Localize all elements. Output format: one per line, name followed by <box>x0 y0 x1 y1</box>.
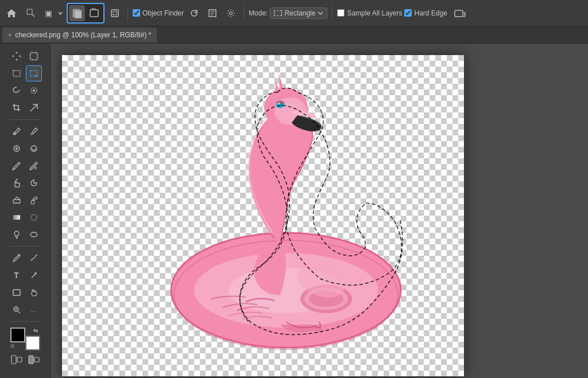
path-select-tool[interactable] <box>26 267 42 283</box>
clone-stamp-tool[interactable] <box>9 175 25 191</box>
sample-all-layers-checkbox[interactable] <box>337 9 345 17</box>
svg-rect-29 <box>17 357 22 362</box>
rectangle-shape-tool[interactable] <box>9 285 25 301</box>
svg-point-25 <box>18 254 20 256</box>
move-tool[interactable] <box>9 48 25 64</box>
gradient-tool[interactable] <box>9 209 25 225</box>
object-finder-group: Object Finder <box>133 9 184 17</box>
freeform-pen-tool[interactable] <box>26 250 42 266</box>
quick-select-tool[interactable] <box>26 83 42 99</box>
tool-sep-2 <box>9 246 41 247</box>
hand-tool[interactable] <box>26 285 42 301</box>
dodge-tool-row <box>9 227 42 243</box>
extra-tools-button[interactable]: … <box>26 302 42 318</box>
eraser-tool-row <box>9 192 42 208</box>
svg-point-7 <box>230 11 233 14</box>
quick-mask-mode-button[interactable] <box>26 354 41 365</box>
canvas-size-button[interactable] <box>204 5 220 21</box>
ellipse-tool[interactable] <box>26 227 42 243</box>
eyedropper-tool-row: + <box>9 123 42 139</box>
mixer-brush-tool[interactable] <box>26 158 42 174</box>
tab-title: checkered.png @ 100% (Layer 1, RGB/8#) * <box>15 31 151 39</box>
separator-2 <box>243 6 244 21</box>
top-toolbar: ▣ Object Finder <box>0 0 588 26</box>
svg-point-24 <box>30 232 37 237</box>
background-color-swatch[interactable] <box>25 336 40 350</box>
artboard-tool[interactable] <box>26 48 42 64</box>
svg-rect-30 <box>29 356 33 364</box>
mode-dropdown[interactable]: Rectangle <box>270 7 327 19</box>
separator-1 <box>127 6 128 21</box>
marquee-tool-row <box>9 65 42 81</box>
standard-mode-button[interactable] <box>9 354 24 365</box>
tab-bar: × checkered.png @ 100% (Layer 1, RGB/8#)… <box>0 26 588 44</box>
document-tab[interactable]: × checkered.png @ 100% (Layer 1, RGB/8#)… <box>2 28 157 42</box>
dodge-tool[interactable] <box>9 227 25 243</box>
reset-colors-button[interactable]: ⊡ <box>10 344 17 350</box>
dropdown-chevron-icon <box>57 10 63 16</box>
healing-tool-row <box>9 141 42 157</box>
share-button[interactable] <box>452 5 468 21</box>
svg-rect-8 <box>455 10 463 17</box>
zoom-tool[interactable] <box>9 302 25 318</box>
text-tool-row: T <box>9 267 42 283</box>
svg-rect-5 <box>113 11 117 15</box>
mode-value: Rectangle <box>284 9 315 17</box>
active-tool-group <box>67 3 105 24</box>
text-tool[interactable]: T <box>9 267 25 283</box>
svg-rect-4 <box>111 10 118 17</box>
transform-button[interactable]: ▣ <box>40 5 56 21</box>
hard-edge-checkbox[interactable] <box>404 9 412 17</box>
eraser-tool[interactable] <box>9 192 25 208</box>
object-select-tool[interactable] <box>26 65 42 81</box>
svg-point-18 <box>34 167 37 169</box>
lasso-tool-row <box>9 83 42 99</box>
sample-all-layers-label[interactable]: Sample All Layers <box>347 9 402 17</box>
home-button[interactable] <box>3 5 20 21</box>
spot-healing-tool[interactable] <box>9 141 25 157</box>
crop-tool[interactable] <box>9 100 25 116</box>
quick-mask-buttons <box>9 354 41 365</box>
svg-point-23 <box>14 231 19 236</box>
frame-button[interactable] <box>107 5 123 21</box>
flamingo-image <box>108 61 430 365</box>
foreground-color-swatch[interactable] <box>10 328 25 342</box>
shape-tool-row <box>9 285 42 301</box>
svg-rect-2 <box>75 10 82 18</box>
patch-tool[interactable] <box>26 141 42 157</box>
lasso-tool[interactable] <box>9 83 25 99</box>
open-document-button[interactable] <box>86 5 102 21</box>
brush-tool[interactable] <box>9 158 25 174</box>
color-sampler-tool[interactable]: + <box>26 123 42 139</box>
svg-rect-11 <box>30 71 37 76</box>
hard-edge-label[interactable]: Hard Edge <box>414 9 447 17</box>
rect-marquee-tool[interactable] <box>9 65 25 81</box>
move-tools-group: ▣ <box>22 4 64 22</box>
new-document-button[interactable] <box>69 5 85 21</box>
settings-button[interactable] <box>223 5 239 21</box>
tab-close-button[interactable]: × <box>8 32 11 38</box>
mode-rect-icon <box>274 10 282 16</box>
hard-edge-group: Hard Edge <box>404 9 447 17</box>
paint-bucket-tool[interactable] <box>26 192 42 208</box>
object-finder-label[interactable]: Object Finder <box>142 9 184 17</box>
pen-tool[interactable] <box>9 250 25 266</box>
move-tool-row <box>9 48 42 64</box>
object-finder-checkbox[interactable] <box>133 9 140 17</box>
blur-tool[interactable] <box>26 209 42 225</box>
svg-rect-19 <box>15 183 20 187</box>
pen-tool-row <box>9 250 42 266</box>
swap-colors-button[interactable]: ⇆ <box>33 328 40 334</box>
refresh-button[interactable] <box>186 5 202 21</box>
history-brush-tool[interactable] <box>26 175 42 191</box>
mode-label: Mode: <box>249 9 268 17</box>
mode-chevron-icon <box>318 11 323 15</box>
svg-point-22 <box>31 215 37 220</box>
eyedropper-tool[interactable] <box>9 123 25 139</box>
svg-rect-20 <box>13 200 20 203</box>
select-move-button[interactable] <box>23 5 39 21</box>
canvas-area[interactable] <box>51 44 588 378</box>
svg-rect-0 <box>27 9 32 14</box>
canvas[interactable] <box>62 55 464 376</box>
slice-tool[interactable] <box>26 100 42 116</box>
